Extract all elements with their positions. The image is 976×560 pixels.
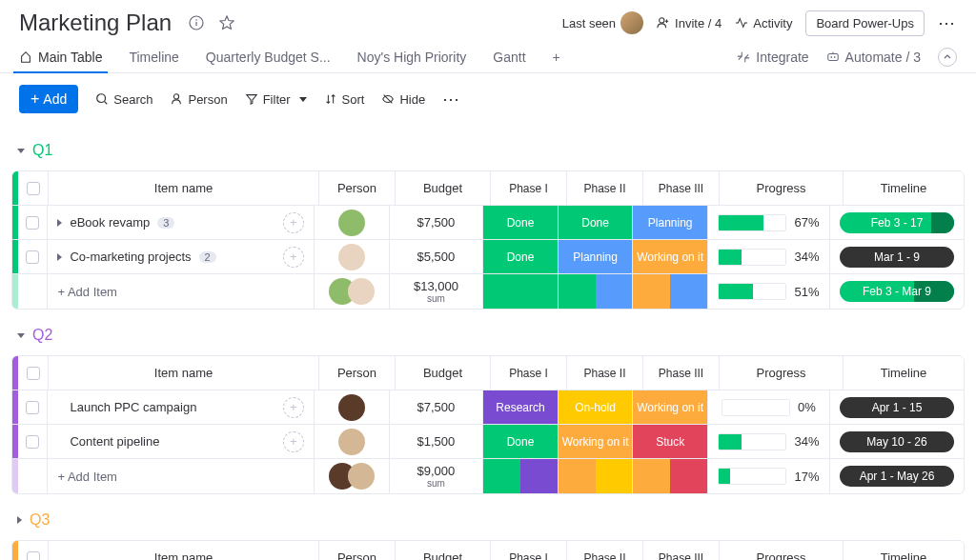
- col-timeline[interactable]: Timeline: [844, 541, 964, 560]
- col-budget[interactable]: Budget: [396, 356, 491, 390]
- col-phase1[interactable]: Phase I: [491, 541, 567, 560]
- col-item[interactable]: Item name: [49, 171, 319, 205]
- select-all-checkbox[interactable]: [27, 551, 40, 561]
- budget-cell[interactable]: $5,500: [390, 240, 484, 273]
- row-checkbox[interactable]: [26, 435, 39, 449]
- collapse-chevron-icon[interactable]: [17, 516, 22, 524]
- select-all-checkbox[interactable]: [27, 367, 40, 380]
- select-all-checkbox[interactable]: [27, 182, 40, 195]
- collapse-header-icon[interactable]: [938, 48, 957, 67]
- col-progress[interactable]: Progress: [720, 171, 844, 205]
- col-timeline[interactable]: Timeline: [844, 171, 964, 205]
- phase-cell[interactable]: Stuck: [633, 425, 708, 458]
- last-seen[interactable]: Last seen: [562, 11, 643, 34]
- timeline-pill[interactable]: Feb 3 - 17: [840, 212, 954, 233]
- col-phase3[interactable]: Phase III: [643, 171, 720, 205]
- phase-cell[interactable]: Working on it: [633, 390, 708, 424]
- power-ups-button[interactable]: Board Power-Ups: [805, 10, 925, 36]
- integrate-button[interactable]: Integrate: [737, 42, 808, 72]
- person-cell[interactable]: [315, 390, 390, 424]
- phase-cell[interactable]: Planning: [633, 206, 708, 239]
- person-cell[interactable]: [315, 240, 390, 273]
- expand-chevron-icon[interactable]: [57, 219, 62, 227]
- add-item[interactable]: + Add Item: [48, 459, 314, 493]
- expand-chevron-icon[interactable]: [57, 253, 62, 261]
- phase-cell[interactable]: Done: [559, 206, 634, 239]
- budget-cell[interactable]: $7,500: [390, 206, 484, 239]
- search-button[interactable]: Search: [95, 92, 152, 107]
- collapse-chevron-icon[interactable]: [17, 333, 25, 338]
- col-budget[interactable]: Budget: [396, 541, 491, 560]
- progress-cell[interactable]: 67%: [708, 206, 830, 239]
- budget-cell[interactable]: $1,500: [390, 425, 484, 458]
- collapse-chevron-icon[interactable]: [17, 149, 25, 153]
- col-progress[interactable]: Progress: [720, 541, 844, 560]
- group-header[interactable]: Q2: [11, 323, 965, 348]
- item-name-cell[interactable]: Launch PPC campaign+: [48, 390, 314, 424]
- add-subitem-icon[interactable]: +: [283, 431, 304, 452]
- col-phase3[interactable]: Phase III: [643, 356, 720, 390]
- person-filter[interactable]: Person: [170, 92, 227, 107]
- budget-cell[interactable]: $7,500: [390, 390, 484, 424]
- tab-main-table[interactable]: Main Table: [19, 42, 102, 72]
- phase-cell[interactable]: Done: [483, 240, 559, 273]
- tab-noy-s-high-priority[interactable]: Noy's High Priority: [357, 42, 467, 72]
- phase-cell[interactable]: Planning: [559, 240, 634, 273]
- add-tab[interactable]: +: [553, 42, 560, 72]
- filter-button[interactable]: Filter: [245, 92, 307, 107]
- add-button[interactable]: +Add: [19, 85, 78, 113]
- person-cell[interactable]: [315, 425, 390, 458]
- hide-button[interactable]: Hide: [381, 92, 425, 107]
- add-subitem-icon[interactable]: +: [283, 247, 304, 268]
- row-checkbox[interactable]: [26, 216, 39, 230]
- item-name-cell[interactable]: Co-marketing projects2+: [48, 240, 314, 273]
- group-header[interactable]: Q3: [11, 508, 965, 532]
- col-person[interactable]: Person: [319, 356, 396, 390]
- phase-cell[interactable]: Working on it: [559, 425, 634, 458]
- col-item[interactable]: Item name: [49, 541, 319, 560]
- progress-cell[interactable]: 0%: [708, 390, 830, 424]
- row-checkbox[interactable]: [26, 250, 39, 264]
- col-phase1[interactable]: Phase I: [491, 356, 567, 390]
- star-icon[interactable]: [217, 13, 236, 32]
- phase-cell[interactable]: On-hold: [559, 390, 634, 424]
- item-name-cell[interactable]: eBook revamp3+: [48, 206, 314, 239]
- timeline-pill[interactable]: Feb 3 - Mar 9: [840, 281, 954, 302]
- item-name-cell[interactable]: Content pipeline+: [48, 425, 314, 458]
- col-phase1[interactable]: Phase I: [491, 171, 567, 205]
- col-budget[interactable]: Budget: [396, 171, 491, 205]
- progress-cell[interactable]: 34%: [708, 240, 830, 273]
- tab-quarterly-budget-s-[interactable]: Quarterly Budget S...: [206, 42, 331, 72]
- col-person[interactable]: Person: [319, 541, 396, 560]
- col-phase2[interactable]: Phase II: [567, 356, 643, 390]
- phase-cell[interactable]: Done: [483, 425, 559, 458]
- add-subitem-icon[interactable]: +: [283, 212, 304, 233]
- invite-button[interactable]: Invite / 4: [657, 16, 722, 30]
- col-progress[interactable]: Progress: [720, 356, 844, 390]
- add-item[interactable]: + Add Item: [48, 274, 314, 309]
- col-phase3[interactable]: Phase III: [643, 541, 720, 560]
- timeline-pill[interactable]: Apr 1 - 15: [840, 397, 954, 418]
- sort-button[interactable]: Sort: [324, 92, 365, 107]
- more-icon[interactable]: ⋯: [938, 12, 957, 33]
- tab-gantt[interactable]: Gantt: [493, 42, 525, 72]
- row-checkbox[interactable]: [26, 401, 39, 414]
- board-title[interactable]: Marketing Plan: [19, 10, 172, 36]
- phase-cell[interactable]: Working on it: [633, 240, 708, 273]
- progress-cell[interactable]: 34%: [708, 425, 830, 458]
- add-subitem-icon[interactable]: +: [283, 397, 304, 418]
- col-person[interactable]: Person: [319, 171, 396, 205]
- timeline-pill[interactable]: May 10 - 26: [840, 431, 954, 452]
- info-icon[interactable]: [187, 13, 206, 32]
- col-timeline[interactable]: Timeline: [844, 356, 964, 390]
- tab-timeline[interactable]: Timeline: [129, 42, 178, 72]
- phase-cell[interactable]: Done: [483, 206, 559, 239]
- group-header[interactable]: Q1: [11, 138, 965, 163]
- phase-cell[interactable]: Research: [483, 390, 559, 424]
- automate-button[interactable]: Automate / 3: [826, 42, 921, 72]
- timeline-pill[interactable]: Mar 1 - 9: [840, 247, 954, 268]
- col-phase2[interactable]: Phase II: [567, 541, 643, 560]
- timeline-pill[interactable]: Apr 1 - May 26: [840, 466, 954, 487]
- col-item[interactable]: Item name: [49, 356, 319, 390]
- toolbar-more-icon[interactable]: ⋯: [442, 89, 461, 110]
